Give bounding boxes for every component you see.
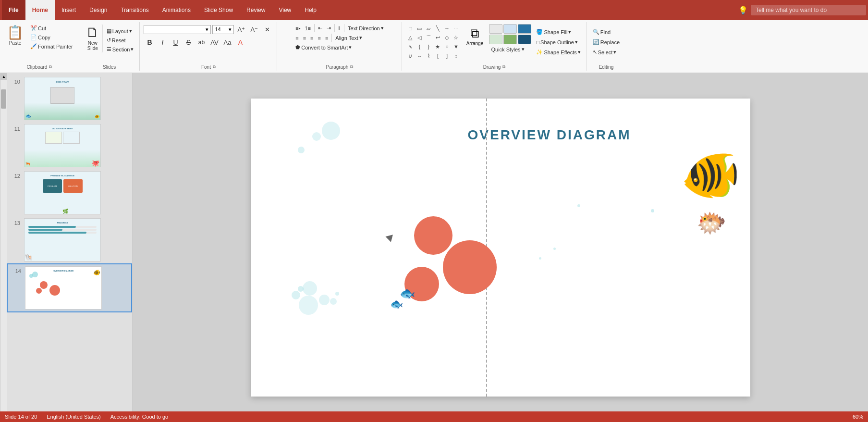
qs-item-3[interactable]: [518, 24, 531, 34]
font-expand[interactable]: ⧉: [213, 64, 216, 70]
format-painter-button[interactable]: 🖌️ Format Painter: [28, 42, 75, 50]
align-right2-button[interactable]: ≡: [323, 34, 330, 42]
align-center-button[interactable]: ≡: [301, 34, 308, 42]
shape-bracket[interactable]: {: [415, 42, 424, 51]
justify-button[interactable]: ≡: [316, 34, 322, 42]
italic-button[interactable]: I: [157, 37, 168, 48]
scroll-track[interactable]: [0, 80, 7, 415]
columns-button[interactable]: ⫴: [336, 24, 342, 32]
clipboard-expand[interactable]: ⧉: [49, 64, 52, 70]
tab-help[interactable]: Help: [298, 0, 323, 20]
shape-fill-button[interactable]: 🪣 Shape Fill ▾: [534, 28, 582, 36]
paragraph-expand[interactable]: ⧉: [350, 64, 353, 70]
change-case-button[interactable]: Aa: [221, 37, 233, 48]
tab-transitions[interactable]: Transitions: [114, 0, 155, 20]
shape-effects-button[interactable]: ✨ Shape Effects ▾: [534, 48, 582, 56]
text-direction-button[interactable]: Text Direction ▾: [346, 24, 386, 32]
shape-triangle[interactable]: △: [406, 33, 415, 42]
bullets-button[interactable]: ≡•: [293, 25, 302, 32]
shape-more2[interactable]: ☆: [452, 33, 460, 42]
decrease-indent-button[interactable]: ⇤: [316, 24, 324, 32]
slide-item-11[interactable]: 11 DID YOU KNOW THAT? 🦐 🐙: [7, 122, 132, 169]
cut-button[interactable]: ✂️ Cut: [28, 24, 75, 32]
numbering-button[interactable]: 1≡: [303, 25, 313, 32]
section-button[interactable]: ☰ Section ▾: [105, 45, 136, 53]
increase-font-button[interactable]: A⁺: [235, 24, 247, 35]
shape-bracket2[interactable]: }: [424, 42, 433, 51]
search-input[interactable]: [751, 5, 866, 15]
scroll-thumb[interactable]: [1, 89, 6, 109]
shape-parallelogram[interactable]: ▱: [424, 24, 433, 33]
tab-insert[interactable]: Insert: [55, 0, 83, 20]
tab-design[interactable]: Design: [83, 0, 114, 20]
tab-slideshow[interactable]: Slide Show: [197, 0, 240, 20]
font-size-dropdown[interactable]: 14 ▾: [212, 25, 234, 34]
angelfish-large: 🐠: [681, 147, 741, 203]
paste-button[interactable]: 📋 Paste: [4, 24, 26, 48]
new-slide-button[interactable]: 🗋 NewSlide: [83, 24, 103, 53]
shape-diamond[interactable]: ◇: [442, 33, 451, 42]
shape-curve2[interactable]: ∪: [406, 51, 415, 60]
slide-item-13[interactable]: 13 PROGRESS 🐚: [7, 216, 132, 263]
select-button[interactable]: ↖ Select ▾: [591, 48, 619, 56]
copy-button[interactable]: 📄 Copy: [28, 33, 75, 41]
decrease-font-button[interactable]: A⁻: [248, 24, 260, 35]
qs-item-1[interactable]: [489, 24, 502, 34]
align-left-button[interactable]: ≡: [293, 34, 300, 42]
tab-home[interactable]: Home: [25, 0, 55, 20]
qs-item-6[interactable]: [518, 35, 531, 44]
slide-item-12[interactable]: 12 PROBLEM VS. SOLUTION PROBLEM SOLUTION…: [7, 169, 132, 216]
shape-star5[interactable]: ★: [433, 42, 442, 51]
shape-arrow[interactable]: →: [442, 24, 451, 33]
qs-item-2[interactable]: [503, 24, 517, 34]
quick-styles-label[interactable]: Quick Styles ▾: [489, 45, 531, 53]
font-color-button[interactable]: A: [234, 37, 246, 48]
shape-line[interactable]: ╲: [433, 24, 442, 33]
bubble-2: [322, 122, 340, 140]
shadow-button[interactable]: ab: [196, 37, 207, 48]
tab-view[interactable]: View: [272, 0, 298, 20]
shape-curve3[interactable]: ⌣: [415, 51, 424, 60]
bold-button[interactable]: B: [144, 37, 155, 48]
shape-more[interactable]: ⋯: [452, 24, 460, 33]
slide-panel-scrollbar[interactable]: ▲ ▼: [0, 73, 7, 422]
align-text-button[interactable]: Align Text ▾: [333, 34, 364, 42]
replace-button[interactable]: 🔄 Replace: [591, 38, 622, 46]
arrange-button[interactable]: ⧉ Arrange: [463, 24, 486, 48]
slide-canvas[interactable]: OVERVIEW DIAGRAM 🐟 �: [251, 99, 750, 397]
shape-bent-arrow[interactable]: ↩: [433, 33, 442, 42]
clear-format-button[interactable]: ✕: [261, 24, 273, 35]
shape-rounded-rect[interactable]: ▭: [415, 24, 424, 33]
slide-item-14[interactable]: 14 OVERVIEW DIAGRAM 🐠: [7, 263, 132, 312]
shape-curved[interactable]: ⌒: [424, 33, 433, 42]
char-spacing-button[interactable]: AV: [208, 37, 220, 48]
tab-animations[interactable]: Animations: [156, 0, 197, 20]
increase-indent-button[interactable]: ⇥: [325, 24, 333, 32]
shape-oval[interactable]: ○: [442, 42, 451, 51]
slide-item-10[interactable]: 10 DOES IT PAY? 🐟 🐠: [7, 75, 132, 122]
shape-wave[interactable]: ∿: [406, 42, 415, 51]
shape-outline-button[interactable]: □ Shape Outline ▾: [534, 38, 582, 46]
shape-brace2[interactable]: ]: [442, 51, 451, 60]
tab-file[interactable]: File: [2, 0, 25, 20]
shape-rect[interactable]: □: [406, 24, 415, 33]
underline-button[interactable]: U: [170, 37, 181, 48]
shape-scroll[interactable]: ↕: [452, 51, 460, 60]
scroll-up-button[interactable]: ▲: [0, 73, 7, 80]
shape-path[interactable]: ⌇: [424, 51, 433, 60]
reset-button[interactable]: ↺ Reset: [105, 36, 136, 44]
find-button[interactable]: 🔍 Find: [591, 28, 612, 36]
strikethrough-button[interactable]: S: [183, 37, 194, 48]
drawing-expand[interactable]: ⧉: [502, 64, 505, 70]
font-name-dropdown[interactable]: ▾: [144, 25, 211, 34]
layout-button[interactable]: ▦ Layout ▾: [105, 27, 136, 35]
convert-smartart-button[interactable]: ⬟ Convert to SmartArt ▾: [293, 43, 354, 51]
drawing-label: Drawing: [483, 64, 501, 70]
qs-item-5[interactable]: [503, 35, 517, 44]
shape-down[interactable]: ▼: [452, 42, 460, 51]
shape-brace[interactable]: [: [433, 51, 442, 60]
shape-rtriangle[interactable]: ◁: [415, 33, 424, 42]
align-right-button[interactable]: ≡: [308, 34, 315, 42]
tab-review[interactable]: Review: [240, 0, 272, 20]
qs-item-4[interactable]: [489, 35, 502, 44]
